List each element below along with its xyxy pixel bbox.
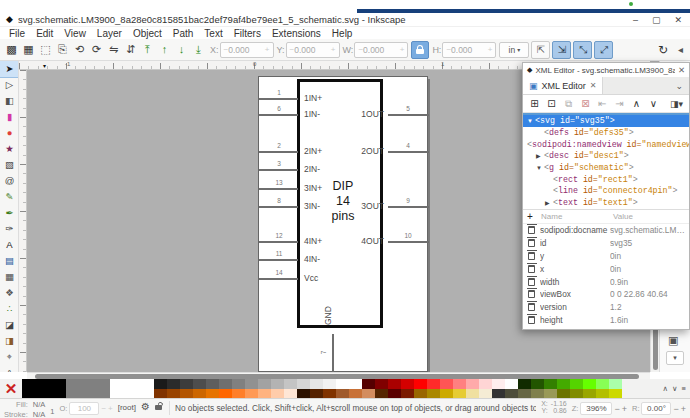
h-input[interactable]: − 0.000 +: [442, 42, 496, 58]
rotation-increment[interactable]: +: [681, 404, 686, 414]
attribute-value[interactable]: svg35: [610, 238, 685, 248]
minimize-button[interactable]: –: [633, 15, 638, 25]
palette-swatch[interactable]: [492, 379, 505, 389]
tweak-tool[interactable]: ❖: [0, 285, 19, 301]
maximize-button[interactable]: ▢: [652, 15, 661, 25]
menu-item[interactable]: View: [64, 28, 86, 39]
x-input[interactable]: − 0.000 +: [220, 42, 274, 58]
palette-swatch[interactable]: [596, 389, 609, 399]
spiral-tool[interactable]: @: [0, 173, 19, 189]
horizontal-scrollbar[interactable]: [27, 372, 650, 379]
palette-swatch[interactable]: [492, 389, 505, 399]
xml-tree-node[interactable]: ▶<text id="text1">: [523, 197, 689, 209]
palette-swatch[interactable]: [336, 379, 349, 389]
palette-swatch[interactable]: [609, 379, 622, 389]
w-value[interactable]: 0.000: [363, 45, 400, 55]
palette-swatch[interactable]: [154, 379, 167, 389]
w-increment[interactable]: +: [400, 45, 405, 54]
palette-swatch[interactable]: [362, 389, 375, 399]
palette-swatch[interactable]: [544, 389, 557, 399]
palette-swatch[interactable]: [180, 379, 193, 389]
zoom-in-button[interactable]: +: [622, 404, 627, 414]
attribute-value[interactable]: 0 0 22.86 40.64: [610, 289, 685, 299]
palette-swatch[interactable]: [466, 379, 479, 389]
xml-tree-node[interactable]: <defs id="defs35">: [523, 127, 689, 139]
xml-tree-node[interactable]: ▼<svg id="svg35">: [523, 115, 689, 127]
attribute-row[interactable]: version 1.2: [523, 301, 689, 314]
x-value[interactable]: 0.000: [228, 45, 265, 55]
toolbar-collapse-icon[interactable]: ◂: [678, 44, 683, 55]
move-patterns-toggle[interactable]: ⤢: [594, 41, 613, 59]
delete-attribute-icon[interactable]: [528, 226, 535, 234]
palette-swatch[interactable]: [401, 389, 414, 399]
palette-swatch[interactable]: [544, 379, 557, 389]
palette-swatch[interactable]: [453, 389, 466, 399]
palette-swatch[interactable]: [193, 389, 206, 399]
delete-attribute-icon[interactable]: [528, 316, 535, 324]
lower-icon[interactable]: ↓: [173, 41, 190, 59]
move-node-down-icon[interactable]: ∨: [645, 99, 662, 109]
palette-swatch[interactable]: [453, 379, 466, 389]
palette-swatch[interactable]: [193, 379, 206, 389]
measure-tool[interactable]: A: [0, 365, 19, 372]
close-icon[interactable]: ✕: [678, 65, 685, 75]
xml-tree-node[interactable]: <sodipodi:namedview id="namedview35">: [523, 138, 689, 150]
dropper-tool[interactable]: ⌖: [0, 349, 19, 365]
palette-swatch[interactable]: [349, 389, 362, 399]
xml-tree-node[interactable]: <line id="connector4pin">: [523, 185, 689, 197]
unindent-node-icon[interactable]: ⇤: [594, 99, 611, 109]
deselect-icon[interactable]: ⬚: [37, 41, 54, 59]
palette-swatch[interactable]: [414, 389, 427, 399]
palette-swatch[interactable]: [232, 389, 245, 399]
layer-unlock-icon[interactable]: [155, 403, 164, 410]
h-value[interactable]: 0.000: [451, 45, 488, 55]
palette-swatch[interactable]: [388, 389, 401, 399]
star-tool[interactable]: ★: [0, 141, 19, 157]
palette-swatch[interactable]: [154, 389, 167, 399]
text-tool[interactable]: A: [0, 237, 19, 253]
palette-swatch[interactable]: [505, 389, 518, 399]
rotate-ccw-icon[interactable]: ⟲: [71, 41, 88, 59]
new-element-node-icon[interactable]: ⊞: [526, 99, 543, 109]
opacity-increment[interactable]: +: [108, 404, 113, 413]
palette-swatch[interactable]: [336, 389, 349, 399]
w-input[interactable]: − 0.000 +: [354, 42, 408, 58]
rotation-input[interactable]: 0.00°: [641, 402, 671, 415]
attribute-row[interactable]: viewBox 0 0 22.86 40.64: [523, 288, 689, 301]
close-button[interactable]: ✕: [674, 15, 682, 25]
menu-item[interactable]: Text: [204, 28, 222, 39]
menu-item[interactable]: Layer: [97, 28, 122, 39]
scale-corners-toggle[interactable]: ⇲: [552, 41, 571, 59]
attribute-row[interactable]: y 0in: [523, 250, 689, 263]
zoom-input[interactable]: 396%: [580, 402, 612, 415]
node-tool[interactable]: ▷: [0, 77, 19, 93]
attribute-row[interactable]: x 0in: [523, 262, 689, 275]
palette-swatch[interactable]: [505, 379, 518, 389]
palette-swatch[interactable]: [557, 379, 570, 389]
rectangle-tool[interactable]: ▮: [0, 109, 19, 125]
palette-scroll-control[interactable]: ∨: [672, 384, 678, 393]
paste-in-place-icon[interactable]: ⎘: [54, 41, 71, 59]
palette-swatch[interactable]: [570, 379, 583, 389]
palette-swatch[interactable]: [583, 389, 596, 399]
h-increment[interactable]: +: [488, 45, 493, 54]
attribute-value[interactable]: 0in: [610, 264, 685, 274]
palette-swatch[interactable]: [375, 389, 388, 399]
palette-swatch[interactable]: [219, 379, 232, 389]
lock-aspect-ratio-button[interactable]: [411, 41, 429, 59]
duplicate-node-icon[interactable]: ⧉: [560, 99, 577, 109]
select-all-icon[interactable]: ▩: [3, 41, 20, 59]
chevron-down-icon[interactable]: ⌄: [669, 77, 689, 94]
palette-swatch[interactable]: [245, 389, 258, 399]
attribute-row[interactable]: width 0.9in: [523, 275, 689, 288]
delete-attribute-icon[interactable]: [528, 239, 535, 247]
palette-swatch[interactable]: [427, 379, 440, 389]
flip-horizontal-icon[interactable]: ⇋: [105, 41, 122, 59]
xml-tree-node[interactable]: ▶<desc id="desc1">: [523, 150, 689, 162]
attribute-value[interactable]: 0in: [610, 251, 685, 261]
palette-swatch[interactable]: [570, 389, 583, 399]
menu-item[interactable]: Extensions: [272, 28, 321, 39]
palette-swatch[interactable]: [557, 389, 570, 399]
ellipse-tool[interactable]: ●: [0, 125, 19, 141]
menu-item[interactable]: Filters: [234, 28, 261, 39]
